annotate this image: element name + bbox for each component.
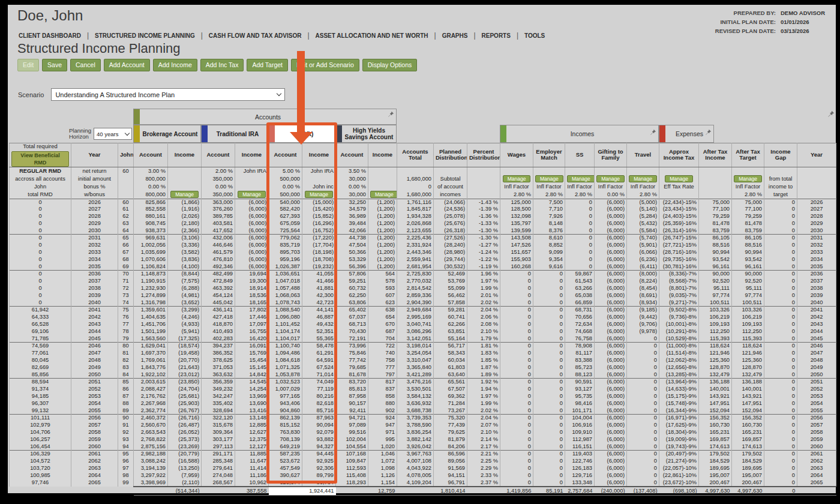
- total-income_gap: 0: [764, 487, 797, 496]
- manage-button[interactable]: Manage: [596, 175, 625, 183]
- subrow-0-approx_income_tax: [659, 167, 699, 175]
- row-2065-ira_income: 10,962: [235, 479, 269, 487]
- row-2040-employer_match: 0: [533, 299, 565, 307]
- row-2054-brokerage_income: (25,903): [168, 400, 202, 407]
- row-2058-wages: 0: [500, 429, 533, 436]
- row-2045-accounts_total: 3,142,051: [397, 335, 434, 343]
- row-2060-income_gap: 0: [764, 443, 797, 451]
- row-2027-k401_income: (15,420): [302, 206, 336, 213]
- row-2053-employer_match: 0: [533, 393, 565, 400]
- row-2055-accounts_total: 3,688,738: [397, 407, 434, 415]
- row-2056-gifting_to_family: (6,000): [595, 415, 627, 422]
- manage-button[interactable]: Manage: [305, 191, 333, 199]
- row-2032-wages: 147,526: [500, 242, 533, 249]
- manage-button[interactable]: Manage: [535, 175, 563, 183]
- row-2038-year_right: 2038: [797, 285, 836, 292]
- manage-button[interactable]: Manage: [629, 175, 657, 183]
- row-2060-total_required: 106,454: [10, 443, 71, 451]
- add-income-button[interactable]: Add Income: [153, 59, 197, 71]
- row-2053-hys_account: 87,958: [336, 393, 368, 400]
- nav-item-tools[interactable]: TOOLS: [523, 32, 546, 39]
- row-2044-wages: 0: [500, 328, 533, 335]
- row-2065-travel: 0: [627, 479, 659, 487]
- row-2038-john_age: 72: [118, 285, 134, 292]
- row-2038-total_required: 0: [10, 285, 71, 292]
- row-2037-ira_income: 19,300: [235, 278, 269, 285]
- row-2055-employer_match: 0: [533, 407, 565, 415]
- row-2047-after_tax_target: 121,946: [732, 350, 764, 357]
- row-2052-hys_income: 837: [368, 386, 397, 393]
- row-2041-year: 2041: [71, 307, 118, 314]
- pin-icon[interactable]: [705, 129, 712, 136]
- pin-icon[interactable]: [388, 111, 394, 118]
- manage-button[interactable]: Manage: [734, 175, 762, 183]
- subrow-2-ira_account: 0.00 %: [202, 183, 235, 191]
- manage-button[interactable]: Manage: [567, 175, 595, 183]
- row-2059-after_tax_target: 169,857: [732, 436, 764, 443]
- row-2055-approx_income_tax: (16,344)-9%: [659, 407, 699, 415]
- nav-item-client-dashboard[interactable]: CLIENT DASHBOARD: [17, 32, 82, 39]
- add-inc-tax-button[interactable]: Add Inc Tax: [200, 59, 244, 71]
- row-2064-ira_income: 11,186: [235, 472, 269, 479]
- row-2063-planned_distribution: 91,569: [434, 465, 467, 472]
- row-2040-hys_account: 63,806: [336, 299, 368, 307]
- manage-button[interactable]: Manage: [170, 191, 199, 199]
- planning-horizon-select[interactable]: 40 years: [94, 128, 132, 140]
- row-2037-total_required: 0: [10, 278, 71, 285]
- col-header-percent_distribution: Percent Distribution: [467, 143, 500, 167]
- row-2029-k401_account: 675,059: [269, 220, 302, 227]
- subrow-3-hys_income: Manage: [368, 191, 397, 199]
- row-2055-travel: 0: [627, 407, 659, 415]
- row-2062-planned_distribution: 89,056: [434, 458, 467, 465]
- cancel-button[interactable]: Cancel: [70, 59, 101, 71]
- row-2053-k401_income: 80,216: [302, 393, 336, 400]
- add-account-button[interactable]: Add Account: [104, 59, 150, 71]
- subrow-1-k401_income: [302, 175, 336, 183]
- nav-item-asset-allocation-and-net-worth[interactable]: ASSET ALLOCATION AND NET WORTH: [314, 32, 430, 39]
- row-2031-ira_income: (6,000): [235, 235, 269, 242]
- nav-item-structured-income-planning[interactable]: STRUCTURED INCOME PLANNING: [94, 32, 196, 39]
- row-2064-after_tax_target: 195,007: [732, 472, 764, 479]
- view-beneficial-rmd-button[interactable]: View Beneficial RMD: [11, 151, 69, 167]
- row-2065-ira_account: 268,567: [202, 479, 235, 487]
- row-2044-year: 2044: [71, 328, 118, 335]
- row-2034-brokerage_account: 1,070,606: [134, 256, 168, 263]
- nav-item-reports[interactable]: REPORTS: [481, 32, 512, 39]
- row-2033-ira_income: (6,000): [235, 249, 269, 256]
- row-2034-hys_income: (1,200): [368, 256, 397, 263]
- row-2048-after_tax_income: 125,360: [699, 357, 732, 364]
- manage-button[interactable]: Manage: [503, 175, 531, 183]
- row-2042-k401_account: 1,096,080: [269, 314, 302, 321]
- row-2038-hys_income: 593: [368, 285, 397, 292]
- row-2036-approx_income_tax: (8,336)-7%: [659, 271, 699, 278]
- row-2053-ira_account: 342,247: [202, 393, 235, 400]
- save-button[interactable]: Save: [42, 59, 67, 71]
- pin-icon[interactable]: [827, 110, 835, 118]
- row-2062-total_required: 104,572: [10, 458, 71, 465]
- nav-item-graphs[interactable]: GRAPHS: [441, 32, 469, 39]
- row-2053-income_gap: 0: [764, 393, 797, 400]
- manage-button[interactable]: Manage: [238, 191, 266, 199]
- edit-button[interactable]: Edit: [17, 59, 39, 71]
- row-2050-wages: 0: [500, 371, 533, 379]
- scenario-select[interactable]: Understanding A Structured Income Plan: [51, 88, 285, 101]
- row-2058-employer_match: 0: [533, 429, 565, 436]
- row-2050-ss: 88,123: [565, 371, 595, 379]
- subrow-1-year_right: [797, 175, 836, 183]
- pin-icon[interactable]: [650, 129, 656, 136]
- add-target-button[interactable]: Add Target: [247, 59, 288, 71]
- row-2043-after_tax_target: 109,193: [732, 321, 764, 328]
- row-2049-accounts_total: 3,365,840: [397, 364, 434, 371]
- row-2058-ira_account: 309,364: [202, 429, 235, 436]
- nav-item-cash-flow-and-tax-advisor[interactable]: CASH FLOW AND TAX ADVISOR: [208, 32, 303, 39]
- row-2061-gifting_to_family: (6,000): [595, 451, 627, 458]
- row-2050-john_age: 84: [118, 371, 134, 379]
- row-2047: 77,0612047811,697,370(19,458)386,35215,7…: [10, 350, 836, 357]
- col-header-brokerage_account: Account: [134, 143, 168, 167]
- manage-button[interactable]: Manage: [665, 175, 693, 183]
- row-2040-after_tax_income: 100,511: [699, 299, 732, 307]
- row-2050-after_tax_income: 132,479: [699, 371, 732, 379]
- manage-button[interactable]: Manage: [370, 191, 397, 199]
- display-options-button[interactable]: Display Options: [362, 59, 418, 71]
- row-2039-ss: 65,038: [565, 292, 595, 299]
